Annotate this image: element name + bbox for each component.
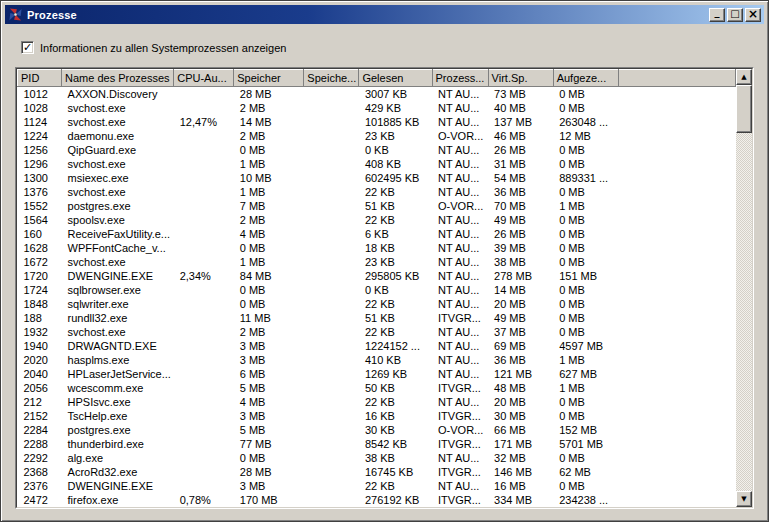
- table-cell: 50 KB: [359, 381, 432, 395]
- table-cell: NT AU...: [432, 353, 488, 367]
- table-row[interactable]: 2472firefox.exe0,78%170 MB276192 KBITVGR…: [18, 493, 736, 507]
- table-cell: 0 MB: [553, 479, 618, 493]
- table-row[interactable]: 188rundll32.exe11 MB51 KBITVGR...49 MB0 …: [18, 311, 736, 325]
- table-cell: 14 MB: [488, 283, 553, 297]
- column-header-speicher[interactable]: Speicher: [234, 70, 304, 87]
- table-cell: 1012: [18, 87, 62, 102]
- table-row[interactable]: 2376DWENGINE.EXE3 MB22 KBNT AU...16 MB0 …: [18, 479, 736, 493]
- table-row[interactable]: 1564spoolsv.exe2 MB22 KBNT AU...49 MB0 M…: [18, 213, 736, 227]
- table-cell: [618, 423, 735, 437]
- table-cell: 0 MB: [553, 241, 618, 255]
- column-header-spacer[interactable]: [618, 70, 735, 87]
- table-cell: 0 MB: [553, 395, 618, 409]
- column-header-aufgeze[interactable]: Aufgeze...: [553, 70, 618, 87]
- table-row[interactable]: 1224daemonu.exe2 MB23 KBO-VOR...46 MB12 …: [18, 129, 736, 143]
- table-cell: 3 MB: [234, 353, 304, 367]
- column-header-speiche[interactable]: Speiche...: [304, 70, 359, 87]
- table-cell: [618, 255, 735, 269]
- table-row[interactable]: 2368AcroRd32.exe28 MB16745 KBITVGR...146…: [18, 465, 736, 479]
- table-cell: ITVGR...: [432, 311, 488, 325]
- table-cell: 1224: [18, 129, 62, 143]
- column-header-pid[interactable]: PID: [18, 70, 62, 87]
- table-cell: 3 MB: [234, 479, 304, 493]
- table-cell: [174, 451, 234, 465]
- scroll-down-button[interactable]: ▼: [736, 491, 752, 507]
- table-cell: [304, 157, 359, 171]
- maximize-button[interactable]: □: [727, 8, 743, 22]
- table-cell: 889331 ...: [553, 171, 618, 185]
- table-cell: 14 MB: [234, 115, 304, 129]
- table-row[interactable]: 1296svchost.exe1 MB408 KBNT AU...31 MB0 …: [18, 157, 736, 171]
- close-button[interactable]: ×: [745, 8, 761, 22]
- table-row[interactable]: 1376svchost.exe1 MB22 KBNT AU...36 MB0 M…: [18, 185, 736, 199]
- table-row[interactable]: 1628WPFFontCache_v...0 MB18 KBNT AU...39…: [18, 241, 736, 255]
- scroll-up-button[interactable]: ▲: [736, 69, 752, 85]
- show-all-processes-checkbox[interactable]: ✓: [21, 41, 34, 54]
- table-cell: 0 MB: [553, 451, 618, 465]
- table-cell: 152 MB: [553, 423, 618, 437]
- table-cell: [174, 409, 234, 423]
- column-header-prozess[interactable]: Prozess...: [432, 70, 488, 87]
- column-header-cpu-au[interactable]: CPU-Au...: [174, 70, 234, 87]
- table-row[interactable]: 212HPSIsvc.exe4 MB22 KBNT AU...20 MB0 MB: [18, 395, 736, 409]
- table-cell: [618, 185, 735, 199]
- table-cell: 1376: [18, 185, 62, 199]
- table-row[interactable]: 2152TscHelp.exe3 MB16 KBITVGR...30 MB0 M…: [18, 409, 736, 423]
- table-cell: [618, 87, 735, 102]
- table-row[interactable]: 2040HPLaserJetService...6 MB1269 KBNT AU…: [18, 367, 736, 381]
- title-bar[interactable]: Prozesse _ □ ×: [5, 5, 764, 24]
- table-cell: 22 KB: [359, 479, 432, 493]
- table-cell: 10 MB: [234, 171, 304, 185]
- table-cell: [174, 283, 234, 297]
- table-row[interactable]: 2288thunderbird.exe77 MB8542 KBITVGR...1…: [18, 437, 736, 451]
- table-cell: [618, 479, 735, 493]
- column-header-virt-sp[interactable]: Virt.Sp.: [488, 70, 553, 87]
- table-row[interactable]: 1672svchost.exe1 MB23 KBNT AU...38 MB0 M…: [18, 255, 736, 269]
- table-cell: NT AU...: [432, 213, 488, 227]
- table-cell: [304, 241, 359, 255]
- table-cell: 7 MB: [234, 199, 304, 213]
- table-row[interactable]: 2056wcescomm.exe5 MB50 KBITVGR...48 MB1 …: [18, 381, 736, 395]
- table-cell: [174, 395, 234, 409]
- table-row[interactable]: 1724sqlbrowser.exe0 MB0 KBNT AU...14 MB0…: [18, 283, 736, 297]
- minimize-button[interactable]: _: [709, 8, 725, 22]
- column-header-name-des-prozesses[interactable]: Name des Prozesses: [62, 70, 174, 87]
- table-cell: [618, 157, 735, 171]
- vertical-scrollbar[interactable]: ▲ ▼: [736, 69, 752, 507]
- table-cell: 0 MB: [553, 157, 618, 171]
- table-row[interactable]: 1932svchost.exe2 MB22 KBNT AU...37 MB0 M…: [18, 325, 736, 339]
- table-row[interactable]: 1256QipGuard.exe0 MB0 KBNT AU...26 MB0 M…: [18, 143, 736, 157]
- scrollbar-thumb[interactable]: [736, 85, 752, 133]
- table-cell: 1672: [18, 255, 62, 269]
- table-cell: 2,34%: [174, 269, 234, 283]
- table-cell: [174, 437, 234, 451]
- table-row[interactable]: 2292alg.exe0 MB38 KBNT AU...32 MB0 MB: [18, 451, 736, 465]
- table-cell: 1 MB: [234, 255, 304, 269]
- table-row[interactable]: 160ReceiveFaxUtility.e...4 MB6 KBNT AU..…: [18, 227, 736, 241]
- table-cell: daemonu.exe: [62, 129, 174, 143]
- table-row[interactable]: 1124svchost.exe12,47%14 MB101885 KBNT AU…: [18, 115, 736, 129]
- table-cell: 1 MB: [553, 353, 618, 367]
- table-row[interactable]: 1552postgres.exe7 MB51 KBO-VOR...70 MB1 …: [18, 199, 736, 213]
- table-cell: NT AU...: [432, 269, 488, 283]
- table-cell: 278 MB: [488, 269, 553, 283]
- table-cell: [174, 213, 234, 227]
- table-row[interactable]: 1940DRWAGNTD.EXE3 MB1224152 ...NT AU...6…: [18, 339, 736, 353]
- table-row[interactable]: 1012AXXON.Discovery28 MB3007 KBNT AU...7…: [18, 87, 736, 102]
- table-cell: [618, 227, 735, 241]
- table-row[interactable]: 2020hasplms.exe3 MB410 KBNT AU...36 MB1 …: [18, 353, 736, 367]
- table-row[interactable]: 1028svchost.exe2 MB429 KBNT AU...40 MB0 …: [18, 101, 736, 115]
- table-cell: [174, 199, 234, 213]
- column-header-gelesen[interactable]: Gelesen: [359, 70, 432, 87]
- table-cell: NT AU...: [432, 185, 488, 199]
- table-cell: 188: [18, 311, 62, 325]
- table-cell: 22 KB: [359, 185, 432, 199]
- table-row[interactable]: 1848sqlwriter.exe0 MB22 KBNT AU...20 MB0…: [18, 297, 736, 311]
- table-cell: 1124: [18, 115, 62, 129]
- table-row[interactable]: 1720DWENGINE.EXE2,34%84 MB295805 KBNT AU…: [18, 269, 736, 283]
- scrollbar-track[interactable]: [736, 133, 752, 491]
- table-cell: 51 KB: [359, 311, 432, 325]
- checkbox-label[interactable]: Informationen zu allen Systemprozessen a…: [40, 42, 286, 54]
- table-row[interactable]: 1300msiexec.exe10 MB602495 KBNT AU...54 …: [18, 171, 736, 185]
- table-row[interactable]: 2284postgres.exe5 MB30 KBO-VOR...66 MB15…: [18, 423, 736, 437]
